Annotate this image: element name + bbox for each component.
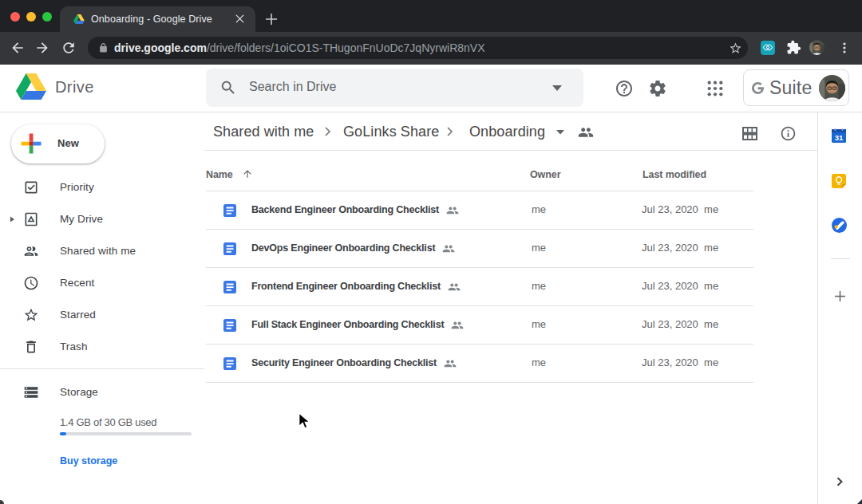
svg-text:31: 31 <box>835 133 844 142</box>
